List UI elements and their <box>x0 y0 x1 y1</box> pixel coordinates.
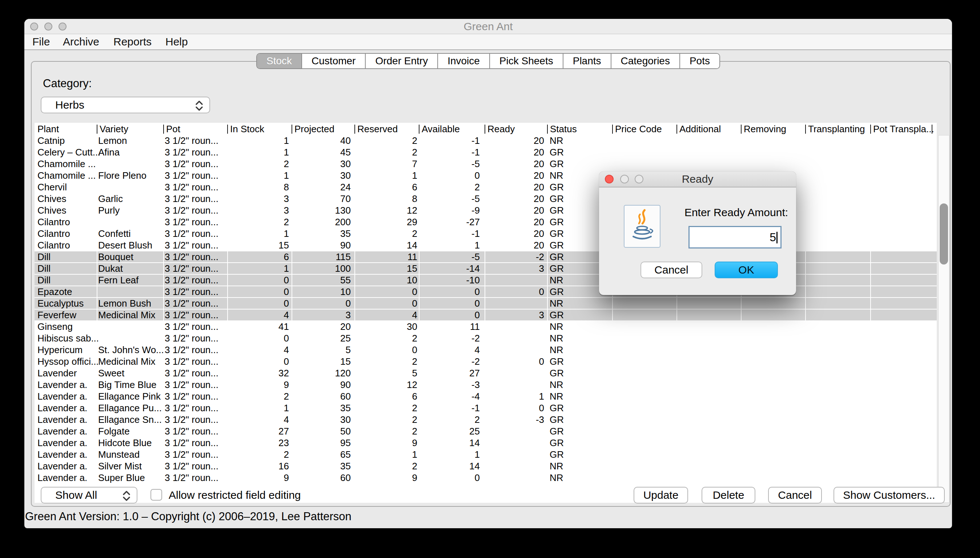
column-header-plant[interactable]: Plant <box>38 123 59 135</box>
cell-reserved: 2 <box>359 402 417 414</box>
column-gridline <box>805 263 806 275</box>
tab-customer[interactable]: Customer <box>301 54 365 68</box>
cell-projected: 24 <box>293 182 351 193</box>
show-filter-select[interactable]: Show All <box>41 487 137 504</box>
table-row[interactable]: CilantroDesert Blush3 1/2" roun...159014… <box>35 240 937 251</box>
menu-help[interactable]: Help <box>165 34 188 49</box>
table-row[interactable]: ChivesGarlic3 1/2" roun...3708-520GR <box>35 193 937 205</box>
cell-in-stock: 0 <box>231 333 289 344</box>
menu-reports[interactable]: Reports <box>113 34 151 49</box>
column-header-projected[interactable]: Projected <box>294 123 334 135</box>
table-row[interactable]: Epazote3 1/2" roun...010000GR <box>35 286 937 298</box>
table-row[interactable]: Hyssop offici...Medicinal Mix3 1/2" roun… <box>35 356 937 368</box>
table-row[interactable]: Lavender a.Silver Mist3 1/2" roun...1635… <box>35 461 937 472</box>
table-row[interactable]: Cilantro3 1/2" roun...220029-2720GR <box>35 217 937 228</box>
table-row[interactable]: Ginseng3 1/2" roun...41203011NR <box>35 321 937 333</box>
cell-ready: 20 <box>486 135 544 146</box>
column-header-in-stock[interactable]: In Stock <box>230 123 264 135</box>
table-row[interactable]: CatnipLemon3 1/2" roun...1402-120NR <box>35 135 937 147</box>
table-row[interactable]: Chervil3 1/2" roun...8246220GR <box>35 182 937 193</box>
table-row[interactable]: Lavender a.Big Time Blue3 1/2" roun...99… <box>35 379 937 391</box>
table-row[interactable]: LavenderSweet3 1/2" roun...32120527GR <box>35 368 937 379</box>
category-select[interactable]: Herbs <box>41 97 210 113</box>
table-row[interactable]: FeverfewMedicinal Mix3 1/2" roun...43403… <box>35 310 937 321</box>
column-header-variety[interactable]: Variety <box>100 123 128 135</box>
cell-plant: Feverfew <box>38 310 76 321</box>
column-header-price-code[interactable]: Price Code <box>615 123 662 135</box>
cell-variety: Munstead <box>98 449 140 460</box>
vertical-scrollbar[interactable] <box>938 135 949 503</box>
table-row[interactable]: DillDukat3 1/2" roun...110015-143GR <box>35 263 937 275</box>
table-row[interactable]: Lavender a.Munstead3 1/2" roun...26511GR <box>35 449 937 461</box>
column-header-reserved[interactable]: Reserved <box>357 123 398 135</box>
ready-amount-input[interactable]: 5 <box>689 226 781 248</box>
menu-archive[interactable]: Archive <box>63 34 99 49</box>
table-row[interactable]: Lavender a.Ellagance Sn...3 1/2" roun...… <box>35 414 937 426</box>
cell-projected: 90 <box>293 240 351 251</box>
table-row[interactable]: CilantroConfetti3 1/2" roun...1352-120GR <box>35 228 937 240</box>
table-row[interactable]: Lavender a.Super Blue3 1/2" roun...96090… <box>35 472 937 484</box>
column-header-available[interactable]: Available <box>422 123 460 135</box>
dialog-close-icon[interactable] <box>605 175 613 184</box>
cell-ready: 20 <box>486 228 544 240</box>
tab-order-entry[interactable]: Order Entry <box>365 54 437 68</box>
column-header-status[interactable]: Status <box>550 123 577 135</box>
column-header-ready[interactable]: Ready <box>487 123 515 135</box>
column-gridline <box>485 310 485 321</box>
tab-plants[interactable]: Plants <box>563 54 611 68</box>
table-row[interactable]: ChivesPurly3 1/2" roun...313012-920GR <box>35 205 937 217</box>
cell-reserved: 6 <box>359 391 417 402</box>
column-gridline <box>97 251 97 263</box>
cell-status: NR <box>549 472 564 484</box>
column-header-pot[interactable]: Pot <box>166 123 180 135</box>
allow-restricted-editing-checkbox[interactable] <box>151 489 162 501</box>
table-row[interactable]: Lavender a.Folgate3 1/2" roun...2750225G… <box>35 426 937 437</box>
table-row[interactable]: Lavender a.Hidcote Blue3 1/2" roun...239… <box>35 437 937 449</box>
tab-pick-sheets[interactable]: Pick Sheets <box>489 54 563 68</box>
cell-status: NR <box>549 461 564 472</box>
cell-plant: Hibiscus sab... <box>38 333 99 344</box>
tab-pots[interactable]: Pots <box>679 54 719 68</box>
table-row[interactable]: EucalyptusLemon Bush3 1/2" roun...0000NR <box>35 298 937 310</box>
cell-projected: 50 <box>293 426 351 437</box>
column-gridline <box>354 310 355 321</box>
cell-reserved: 2 <box>359 147 417 158</box>
cell-in-stock: 0 <box>231 356 289 367</box>
column-gridline <box>805 286 806 298</box>
menu-bar: FileArchiveReportsHelp <box>25 34 952 50</box>
table-row[interactable]: Chamomile ...3 1/2" roun...2307-520GR <box>35 158 937 170</box>
cell-reserved: 12 <box>359 205 417 216</box>
table-row[interactable]: HypericumSt. John's Wo...3 1/2" roun...4… <box>35 345 937 356</box>
scrollbar-thumb[interactable] <box>940 204 948 264</box>
column-header-transplanting[interactable]: Transplanting <box>808 123 865 135</box>
cell-in-stock: 3 <box>231 193 289 205</box>
table-row[interactable]: Lavender a.Ellagance Pu...3 1/2" roun...… <box>35 402 937 414</box>
menu-file[interactable]: File <box>32 34 50 49</box>
table-row[interactable]: DillFern Leaf3 1/2" roun...05510-10NR <box>35 275 937 286</box>
show-customers-button[interactable]: Show Customers... <box>834 487 945 504</box>
cell-available: -14 <box>422 263 480 274</box>
column-header-pot-transpla-[interactable]: Pot Transpla... <box>873 123 934 135</box>
cell-available: 1 <box>422 240 480 251</box>
cell-plant: Lavender a. <box>38 449 87 460</box>
cell-available: 14 <box>422 437 480 449</box>
tab-categories[interactable]: Categories <box>611 54 679 68</box>
dialog-ok-button[interactable]: OK <box>715 261 778 278</box>
tab-invoice[interactable]: Invoice <box>437 54 489 68</box>
table-row[interactable]: Chamomile ...Flore Pleno3 1/2" roun...13… <box>35 170 937 182</box>
tab-stock[interactable]: Stock <box>257 54 301 68</box>
column-header-additional[interactable]: Additional <box>679 123 721 135</box>
table-row[interactable]: DillBouquet3 1/2" roun...611511-5-2GR <box>35 251 937 263</box>
cell-pot: 3 1/2" roun... <box>164 275 219 286</box>
cancel-button[interactable]: Cancel <box>768 487 822 504</box>
cell-plant: Lavender a. <box>38 414 87 425</box>
dialog-cancel-button[interactable]: Cancel <box>641 261 702 278</box>
table-row[interactable]: Lavender a.Ellagance Pink3 1/2" roun...2… <box>35 391 937 402</box>
table-row[interactable]: Hibiscus sab...3 1/2" roun...0252-2NR <box>35 333 937 345</box>
column-gridline <box>291 263 292 275</box>
delete-button[interactable]: Delete <box>702 487 755 504</box>
table-row[interactable]: Celery – Cutt...Afina3 1/2" roun...1452-… <box>35 147 937 158</box>
update-button[interactable]: Update <box>633 487 688 504</box>
cell-status: GR <box>549 158 564 170</box>
column-header-removing[interactable]: Removing <box>744 123 786 135</box>
